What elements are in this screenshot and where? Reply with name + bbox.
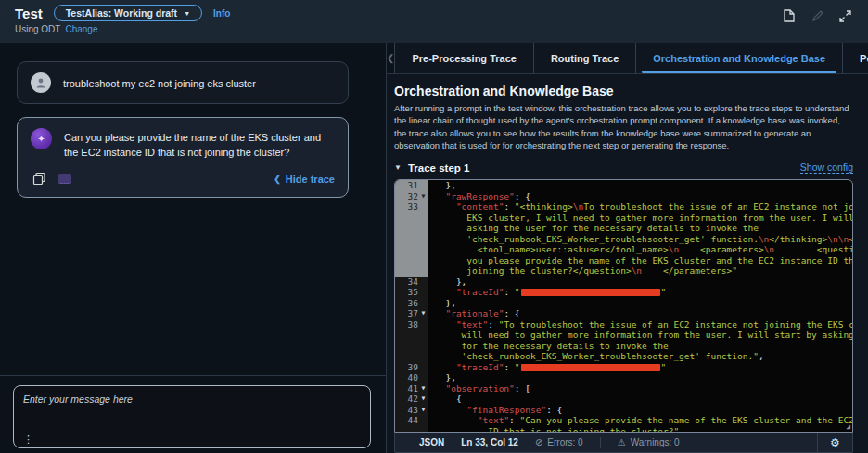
chat-panel: troubleshoot my ec2 not joining eks clus… xyxy=(0,43,387,453)
triangle-down-icon: ▼ xyxy=(394,163,402,172)
agent-message-text: Can you please provide the name of the E… xyxy=(64,128,335,161)
fold-caret-icon[interactable]: ▼ xyxy=(418,308,428,319)
line-number-gutter[interactable] xyxy=(395,351,428,362)
tabs-scroll-left-icon[interactable]: ❮ xyxy=(387,43,395,73)
line-number-gutter[interactable] xyxy=(395,265,428,277)
error-icon: ⊘ xyxy=(535,437,542,447)
line-number-gutter[interactable]: 31 xyxy=(395,180,428,191)
line-number-gutter[interactable] xyxy=(395,330,428,341)
line-number-gutter[interactable]: 42▼ xyxy=(395,394,428,405)
statusbar-divider xyxy=(600,437,601,448)
fold-caret-icon[interactable]: ▼ xyxy=(418,394,428,405)
code-line[interactable]: 35 "traceId": "" xyxy=(395,287,852,298)
code-line[interactable]: <tool_name>user::askuser</tool_name>\n <… xyxy=(395,244,852,255)
code-line[interactable]: 41▼ "observation": [ xyxy=(395,383,852,395)
line-number-gutter[interactable]: 35 xyxy=(395,287,428,298)
line-number-gutter[interactable]: 34 xyxy=(395,277,428,288)
code-line-text: you please provide the name of the EKS c… xyxy=(428,255,853,266)
trace-step-toggle[interactable]: ▼ Trace step 1 xyxy=(394,162,469,174)
code-line-text: { xyxy=(428,394,462,405)
code-line[interactable]: 32▼ "rawResponse": { xyxy=(395,191,852,202)
tab-routing-trace[interactable]: Routing Trace xyxy=(534,43,636,73)
code-line[interactable]: 43▼ "finalResponse": { xyxy=(395,405,852,416)
line-number-gutter[interactable] xyxy=(395,341,428,352)
line-number-gutter[interactable]: 37▼ xyxy=(395,308,428,319)
line-number-gutter[interactable] xyxy=(395,255,428,266)
code-line[interactable]: ID that is not joining the cluster?" xyxy=(395,426,852,433)
fold-caret-icon[interactable]: ▼ xyxy=(418,405,428,416)
code-line[interactable]: 31 }, xyxy=(395,180,852,191)
line-number-gutter[interactable] xyxy=(395,223,428,234)
feedback-icon[interactable] xyxy=(58,174,71,184)
code-line[interactable]: 34 }, xyxy=(395,277,852,288)
code-line-text: 'check_runbook_EKS_Worker_troublehsooter… xyxy=(428,234,853,245)
code-line-text: }, xyxy=(428,180,456,191)
section-heading: Orchestration and Knowledge Base xyxy=(394,84,853,98)
kebab-menu-icon[interactable]: ⋮ xyxy=(23,434,33,445)
resize-handle-icon[interactable]: ◢ xyxy=(846,423,850,431)
code-line-text: 'check_runbook_EKS_Worker_troublehsooter… xyxy=(428,351,764,362)
code-line[interactable]: for the necessary details to invoke the xyxy=(395,341,852,352)
code-line-text: "traceId": "" xyxy=(428,287,666,298)
code-line-text: joining the cluster?</question>\n </para… xyxy=(428,265,737,277)
fold-caret-icon[interactable]: ▼ xyxy=(418,191,428,202)
document-icon[interactable] xyxy=(783,9,796,22)
line-number-gutter[interactable] xyxy=(395,213,428,224)
line-number-gutter[interactable] xyxy=(395,426,428,433)
user-message-bubble: troubleshoot my ec2 not joining eks clus… xyxy=(17,61,349,104)
section-description: After running a prompt in the test windo… xyxy=(394,102,853,151)
line-number-gutter[interactable]: 39 xyxy=(395,362,428,373)
code-line[interactable]: 33 "content": "<thinking>\nTo troublesho… xyxy=(395,201,852,213)
line-number-gutter[interactable]: 33 xyxy=(395,201,428,213)
line-number-gutter[interactable]: 43▼ xyxy=(395,405,428,416)
agent-message-bubble: ✦ Can you please provide the name of the… xyxy=(17,117,349,198)
info-link[interactable]: Info xyxy=(213,8,230,19)
copy-icon[interactable] xyxy=(32,172,47,187)
alias-dropdown[interactable]: TestAlias: Working draft ▼ xyxy=(54,5,202,21)
code-line[interactable]: 36 }, xyxy=(395,298,852,309)
code-line[interactable]: joining the cluster?</question>\n </para… xyxy=(395,265,852,277)
code-line[interactable]: you please provide the name of the EKS c… xyxy=(395,255,852,266)
line-number-gutter[interactable]: 38 xyxy=(395,319,428,330)
redacted-trace-id xyxy=(521,289,660,296)
line-number-gutter[interactable]: 32▼ xyxy=(395,191,428,202)
code-line[interactable]: 40 }, xyxy=(395,372,852,383)
change-link[interactable]: Change xyxy=(65,24,97,34)
code-line[interactable]: EKS cluster, I will need to gather more … xyxy=(395,213,852,224)
json-editor[interactable]: 31 },32▼ "rawResponse": {33 "content": "… xyxy=(394,179,853,433)
line-number-gutter[interactable] xyxy=(395,244,428,255)
code-line[interactable]: 'check_runbook_EKS_Worker_troublehsooter… xyxy=(395,351,852,362)
code-line-text: asking the user for the necessary detail… xyxy=(428,223,759,234)
cursor-position-label: Ln 33, Col 12 xyxy=(461,437,518,447)
code-line[interactable]: 42▼ { xyxy=(395,394,852,405)
show-config-link[interactable]: Show config xyxy=(800,162,853,174)
message-input[interactable] xyxy=(14,386,370,429)
line-number-gutter[interactable]: 40 xyxy=(395,372,428,383)
code-line[interactable]: 39 "traceId": "" xyxy=(395,362,852,373)
code-line-text: will need to gather more information fro… xyxy=(428,330,853,341)
code-line-text: }, xyxy=(428,298,456,309)
code-line-text: "traceId": "" xyxy=(428,362,666,373)
code-line[interactable]: 38 "text": "To troubleshoot the issue of… xyxy=(395,319,852,330)
code-line[interactable]: 44 "text": "Can you please provide the n… xyxy=(395,415,852,426)
page-title: Test xyxy=(15,6,43,21)
code-line[interactable]: will need to gather more information fro… xyxy=(395,330,852,341)
tab-orchestration-and-knowledge-base[interactable]: Orchestration and Knowledge Base xyxy=(636,43,843,73)
expand-icon[interactable] xyxy=(838,9,851,22)
tab-post-processing[interactable]: Post-Proces xyxy=(843,43,868,73)
hide-trace-link[interactable]: ❮ Hide trace xyxy=(274,174,335,185)
line-number-gutter[interactable] xyxy=(395,234,428,245)
json-editor-lines: 31 },32▼ "rawResponse": {33 "content": "… xyxy=(395,180,852,433)
code-line[interactable]: 'check_runbook_EKS_Worker_troublehsooter… xyxy=(395,234,852,245)
line-number-gutter[interactable]: 36 xyxy=(395,298,428,309)
editor-settings-button[interactable]: ⚙ xyxy=(817,433,852,452)
line-number-gutter[interactable]: 44 xyxy=(395,415,428,426)
code-line[interactable]: asking the user for the necessary detail… xyxy=(395,223,852,234)
code-line[interactable]: 37▼ "rationale": { xyxy=(395,308,852,319)
tab-pre-processing-trace[interactable]: Pre-Processing Trace xyxy=(395,43,534,73)
redacted-trace-id xyxy=(521,364,660,371)
line-number-gutter[interactable]: 41▼ xyxy=(395,383,428,395)
fold-caret-icon[interactable]: ▼ xyxy=(418,383,428,395)
alias-dropdown-label: TestAlias: Working draft xyxy=(66,7,177,19)
pencil-icon[interactable] xyxy=(811,9,823,22)
